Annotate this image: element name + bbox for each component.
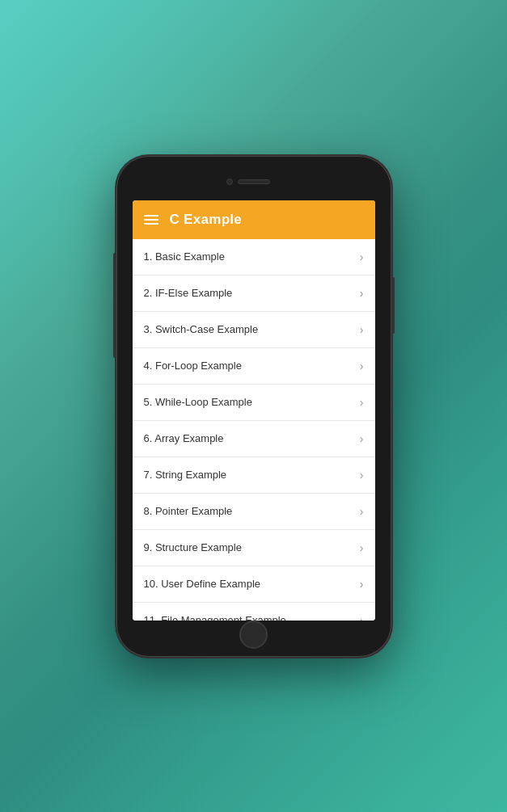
chevron-right-icon: › <box>360 323 364 336</box>
chevron-right-icon: › <box>360 578 364 591</box>
phone-bottom <box>239 621 268 649</box>
menu-item-label: 6. Array Example <box>144 432 224 444</box>
menu-item-label: 7. String Example <box>144 469 227 481</box>
chevron-right-icon: › <box>360 432 364 445</box>
hamburger-icon[interactable] <box>144 215 158 225</box>
list-item[interactable]: 6. Array Example› <box>133 421 375 457</box>
menu-item-label: 5. While-Loop Example <box>144 396 252 408</box>
app-title: C Example <box>170 212 243 228</box>
list-item[interactable]: 1. Basic Example› <box>133 239 375 276</box>
menu-item-label: 4. For-Loop Example <box>144 360 242 372</box>
home-button[interactable] <box>239 621 268 649</box>
chevron-right-icon: › <box>360 396 364 409</box>
chevron-right-icon: › <box>360 250 364 263</box>
list-item[interactable]: 4. For-Loop Example› <box>133 348 375 385</box>
chevron-right-icon: › <box>360 469 364 482</box>
chevron-right-icon: › <box>360 360 364 372</box>
menu-item-label: 8. Pointer Example <box>144 505 233 517</box>
list-item[interactable]: 11. File Management Example› <box>133 603 375 621</box>
phone-top-bar <box>116 156 391 200</box>
menu-item-label: 1. Basic Example <box>144 250 225 263</box>
menu-item-label: 10. User Define Example <box>144 578 261 590</box>
list-item[interactable]: 3. Switch-Case Example› <box>133 312 375 348</box>
menu-item-label: 2. IF-Else Example <box>144 287 233 299</box>
app-header: C Example <box>133 200 375 239</box>
phone-camera <box>226 179 233 185</box>
menu-list: 1. Basic Example›2. IF-Else Example›3. S… <box>133 239 375 621</box>
menu-item-label: 3. Switch-Case Example <box>144 323 259 335</box>
menu-item-label: 9. Structure Example <box>144 541 242 553</box>
list-item[interactable]: 5. While-Loop Example› <box>133 385 375 421</box>
phone-speaker <box>238 179 270 184</box>
phone-device: C Example 1. Basic Example›2. IF-Else Ex… <box>116 156 391 657</box>
chevron-right-icon: › <box>360 541 364 554</box>
menu-item-label: 11. File Management Example <box>144 614 286 621</box>
list-item[interactable]: 9. Structure Example› <box>133 530 375 566</box>
list-item[interactable]: 2. IF-Else Example› <box>133 276 375 312</box>
list-item[interactable]: 7. String Example› <box>133 457 375 494</box>
chevron-right-icon: › <box>360 287 364 300</box>
chevron-right-icon: › <box>360 614 364 621</box>
phone-screen: C Example 1. Basic Example›2. IF-Else Ex… <box>133 200 375 621</box>
list-item[interactable]: 8. Pointer Example› <box>133 494 375 530</box>
chevron-right-icon: › <box>360 505 364 518</box>
list-item[interactable]: 10. User Define Example› <box>133 566 375 603</box>
